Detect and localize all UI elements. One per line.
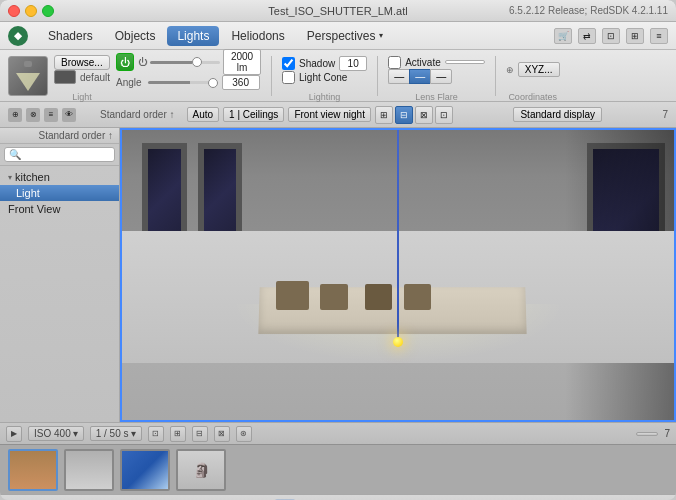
lens-btn-2[interactable]: — [409, 69, 430, 84]
nav-heliodons[interactable]: Heliodons [221, 26, 294, 46]
power-group: ⏻ ⏻ 2000 lm Angle 360 [116, 50, 261, 102]
shadow-label: Shadow [299, 58, 335, 69]
sidebar-header: Standard order ↑ [0, 128, 119, 144]
standard-display-button[interactable]: Standard display [513, 107, 602, 122]
fps-arrow: ▾ [131, 428, 136, 439]
browse-row: Browse... [54, 55, 110, 70]
view-controls: Auto 1 | Ceilings Front view night ⊞ ⊟ ⊠… [187, 106, 453, 124]
thumb-label-2: Fen...l 001 [66, 489, 112, 491]
shadow-checkbox[interactable] [282, 57, 295, 70]
power-value[interactable]: 2000 lm [223, 49, 261, 75]
view-name-button[interactable]: Front view night [288, 107, 371, 122]
angle-slider[interactable] [148, 81, 218, 84]
nav-shaders[interactable]: Shaders [38, 26, 103, 46]
view-icon-2[interactable]: ⊟ [395, 106, 413, 124]
chair-3 [365, 284, 393, 310]
vp-fps-button[interactable]: 1 / 50 s ▾ [90, 426, 142, 441]
vp-right-number: 7 [664, 428, 670, 439]
power-button[interactable]: ⏻ [116, 53, 134, 71]
render-progress-button[interactable] [636, 432, 658, 436]
view-icon-group: ⊞ ⊟ ⊠ ⊡ [375, 106, 453, 124]
t2-icon-3[interactable]: ≡ [44, 108, 58, 122]
toolbar2: ⊕ ⊗ ≡ 👁 Standard order ↑ Auto 1 | Ceilin… [0, 102, 676, 128]
nav-lights[interactable]: Lights [167, 26, 219, 46]
separator-2 [377, 56, 378, 96]
nav-perspectives[interactable]: Perspectives ▾ [297, 26, 393, 46]
activate-checkbox[interactable] [388, 56, 401, 69]
thumb-label-1: Bar...e 000 [10, 489, 56, 491]
browse-button[interactable]: Browse... [54, 55, 110, 70]
sidebar: Standard order ↑ ▾ kitchen Light Front V… [0, 128, 120, 422]
activate-value[interactable] [445, 60, 485, 64]
t2-icon-eye[interactable]: 👁 [62, 108, 76, 122]
room-scene [120, 128, 676, 422]
coords-group: ⊕ XYZ... Coordinates [506, 50, 560, 102]
chair-1 [276, 281, 309, 310]
thumbnail-2[interactable]: Fen...l 001 [64, 449, 114, 491]
lens-btn-3[interactable]: — [430, 69, 452, 84]
tree-item-kitchen[interactable]: ▾ kitchen [0, 169, 119, 185]
search-input[interactable] [4, 147, 115, 162]
t2-icon-2[interactable]: ⊗ [26, 108, 40, 122]
vp-icon-cam5[interactable]: ⊛ [236, 426, 252, 442]
traffic-lights [8, 5, 54, 17]
thumb-scene-2 [66, 451, 112, 489]
lens-section-label: Lens Flare [388, 92, 485, 102]
vp-icon-cam1[interactable]: ⊡ [148, 426, 164, 442]
nav-icon-menu[interactable]: ≡ [650, 28, 668, 44]
nav-icon-transfer[interactable]: ⇄ [578, 28, 596, 44]
color-swatch[interactable] [54, 70, 76, 84]
lighting-section-label: Lighting [282, 92, 367, 102]
light-ball [393, 337, 403, 347]
nav-right-icons: 🛒 ⇄ ⊡ ⊞ ≡ [554, 28, 668, 44]
camera-button[interactable]: 1 | Ceilings [223, 107, 284, 122]
light-cone-icon [16, 73, 40, 91]
t2-icon-1[interactable]: ⊕ [8, 108, 22, 122]
tree-item-frontview[interactable]: Front View [0, 201, 119, 217]
nav-icon-cart[interactable]: 🛒 [554, 28, 572, 44]
window-title: Test_ISO_SHUTTER_LM.atl [268, 5, 407, 17]
nav-icon-monitor[interactable]: ⊡ [602, 28, 620, 44]
nav-objects[interactable]: Objects [105, 26, 166, 46]
sidebar-tree: ▾ kitchen Light Front View [0, 166, 119, 422]
fps-label: 1 / 50 s [96, 428, 129, 439]
tree-item-light[interactable]: Light [0, 185, 119, 201]
xyz-button[interactable]: XYZ... [518, 62, 560, 77]
vp-icon-cam4[interactable]: ⊠ [214, 426, 230, 442]
iso-arrow: ▾ [73, 428, 78, 439]
statue-icon: 🗿 [193, 462, 210, 478]
light-head-icon [24, 61, 32, 67]
vp-iso-button[interactable]: ISO 400 ▾ [28, 426, 84, 441]
coords-icon: ⊕ [506, 65, 514, 75]
power-slider[interactable] [150, 61, 220, 64]
main-content: Standard order ↑ ▾ kitchen Light Front V… [0, 128, 676, 422]
thumb-label-3: Out...e 001 [122, 489, 168, 491]
view-icon-3[interactable]: ⊠ [415, 106, 433, 124]
vp-status-right: 7 [636, 428, 670, 439]
angle-value[interactable]: 360 [222, 75, 260, 90]
maximize-button[interactable] [42, 5, 54, 17]
minimize-button[interactable] [25, 5, 37, 17]
thumbnail-3[interactable]: Out...e 001 [120, 449, 170, 491]
nav-icon-grid[interactable]: ⊞ [626, 28, 644, 44]
default-label: default [80, 72, 110, 83]
lightcone-checkbox[interactable] [282, 71, 295, 84]
shadow-value[interactable]: 10 [339, 56, 367, 71]
chair-2 [320, 284, 348, 310]
separator-3 [495, 56, 496, 96]
shadow-row: Shadow 10 [282, 56, 367, 71]
kitchen-label: kitchen [15, 171, 50, 183]
thumbnail-4[interactable]: 🗿 Statue 001 [176, 449, 226, 491]
auto-button[interactable]: Auto [187, 107, 220, 122]
light-label: Light [16, 187, 40, 199]
vp-play-btn[interactable]: ▶ [6, 426, 22, 442]
view-icon-4[interactable]: ⊡ [435, 106, 453, 124]
close-button[interactable] [8, 5, 20, 17]
lens-btn-1[interactable]: — [388, 69, 409, 84]
vp-icon-cam2[interactable]: ⊞ [170, 426, 186, 442]
thumbnail-1[interactable]: Bar...e 000 [8, 449, 58, 491]
view-icon-1[interactable]: ⊞ [375, 106, 393, 124]
viewport-scene [120, 128, 676, 422]
vp-icon-cam3[interactable]: ⊟ [192, 426, 208, 442]
angle-label: Angle [116, 77, 142, 88]
